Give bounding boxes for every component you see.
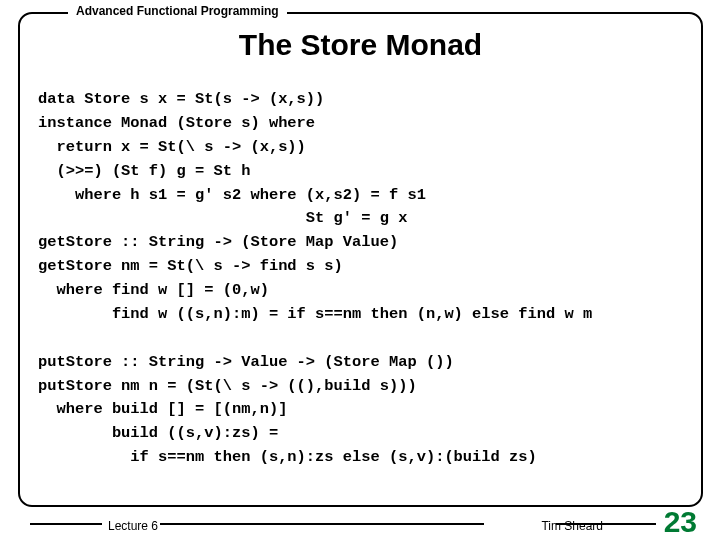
page-number: 23 [664,505,697,539]
course-header: Advanced Functional Programming [68,4,287,18]
slide-title: The Store Monad [0,28,721,62]
code-block: data Store s x = St(s -> (x,s)) instance… [38,88,701,470]
footer-rule [556,523,656,525]
footer: Lecture 6 Tim Sheard 23 [0,511,721,535]
lecture-label: Lecture 6 [108,519,158,533]
footer-rule [30,523,102,525]
author-label: Tim Sheard [541,519,603,533]
footer-rule [160,523,484,525]
